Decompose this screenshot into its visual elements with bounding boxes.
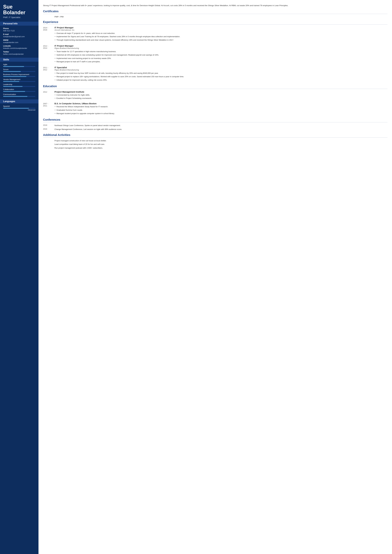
exp-title-2: IT Project Manager <box>55 45 387 47</box>
lang-spanish-bar <box>3 108 35 109</box>
skill-agile-label: Agile <box>3 63 35 66</box>
exp-company-2: Rigas-Bratland Manufacturing <box>55 47 387 49</box>
exp-content-3: IT Specialist Rigas-Bratland Manufacturi… <box>55 66 387 82</box>
exp-content-1: IT Project Manager Accurit International… <box>55 26 387 42</box>
contact-info: Phone 508-312-7122 E-mail sueqbolander@g… <box>3 27 35 55</box>
certificates-title: Certificates <box>43 10 387 13</box>
skill-scrum-label: Scrum <box>3 68 35 70</box>
email-label: E-mail <box>3 33 35 35</box>
linkedin-value: linkedin.com/in/sueqbolander <box>3 47 35 49</box>
languages-section-title: Languages <box>0 99 38 104</box>
exp-bullet-2-3: Implemented new cost-tracking project to… <box>55 57 387 60</box>
skill-leadership-bar <box>3 86 35 87</box>
exp-entry-3: 2011 -2012 IT Specialist Rigas-Bratland … <box>43 66 387 82</box>
activities-title: Additional Activities <box>43 133 387 137</box>
exp-bullets-2: Team leader for 12 IT specialists in hig… <box>55 50 387 63</box>
skill-leadership-label: Leadership <box>3 83 35 85</box>
exp-bullet-1-1: Oversaw all major IT projects for 4+ yea… <box>55 32 387 35</box>
sidebar: Sue Bolander PMP, IT Specialist Personal… <box>0 0 38 554</box>
exp-bullet-2-1: Team leader for 12 IT specialists in hig… <box>55 50 387 53</box>
summary-text: Strong IT Project Management Professiona… <box>43 4 387 7</box>
exp-bullets-3: Ran project to install hour-by-hour WIP … <box>55 72 387 82</box>
conf-row-2016: 2016 Change Management Conference, Led s… <box>43 128 387 131</box>
skill-comm-bar <box>3 96 35 97</box>
personal-info-section-title: Personal Info <box>0 22 38 26</box>
edu-bullet-2-3: Managed student project to upgrade compu… <box>55 112 387 115</box>
exp-bullet-3-3: Initiated project for improved security,… <box>55 79 387 82</box>
candidate-name: Sue Bolander <box>3 4 35 15</box>
cert-row-pmp: PMP—PMI <box>43 16 387 18</box>
edu-entry-1: 2012 Project Management Institute Commen… <box>43 90 387 100</box>
linkedin-label: LinkedIn <box>3 45 35 47</box>
main-content: Strong IT Project Management Professiona… <box>38 0 392 554</box>
conf-text-2018: Northeast Shingo Lean Conference, Spoke … <box>55 124 387 127</box>
edu-bullet-2-1: Received the Wilson Independent Study Aw… <box>55 105 387 108</box>
exp-bullets-1: Oversaw all major IT projects for 4+ yea… <box>55 32 387 42</box>
skill-bpi-label: Business Process Improvement <box>3 73 35 76</box>
exp-title-3: IT Specialist <box>55 66 387 69</box>
conf-year-2016: 2016 <box>43 128 55 131</box>
phone-value: 508-312-7122 <box>3 30 35 32</box>
skill-bpi-bar <box>3 76 35 77</box>
lang-spanish-label: Spanish <box>3 105 35 107</box>
activity-row-1: Project-managed construction of new cat … <box>43 139 387 142</box>
conf-text-2016: Change Management Conference, Led sessio… <box>55 128 387 131</box>
experience-title: Experience <box>43 20 387 24</box>
skill-vendor-bar <box>3 81 35 82</box>
candidate-title: PMP, IT Specialist <box>3 16 35 19</box>
lang-spanish-level: Advanced <box>3 109 35 111</box>
languages-list: Spanish Advanced <box>3 105 35 111</box>
skill-collab-label: Collaboration <box>3 88 35 90</box>
edu-title-1: Project Management Institute <box>55 90 387 93</box>
exp-entry-1: 2014 -2018 IT Project Manager Accurit In… <box>43 26 387 42</box>
edu-dates-1: 2012 <box>43 90 55 100</box>
conf-row-2018: 2018 Northeast Shingo Lean Conference, S… <box>43 124 387 127</box>
exp-bullet-3-2: Managed project to replace 100+ aging wo… <box>55 75 387 78</box>
conferences-title: Conferences <box>43 118 387 121</box>
edu-bullets-1: Commended by instructor for Agile skills… <box>55 94 387 100</box>
conf-year-2018: 2018 <box>43 124 55 127</box>
exp-bullet-3-1: Ran project to install hour-by-hour WIP … <box>55 72 387 75</box>
edu-bullet-1-1: Commended by instructor for Agile skills… <box>55 94 387 97</box>
edu-bullet-1-2: Excelled in Project Scheduling coursewor… <box>55 97 387 100</box>
activity-row-2: Lead competitive road biking team of 20 … <box>43 143 387 146</box>
exp-entry-2: 2012 -2014 IT Project Manager Rigas-Brat… <box>43 45 387 64</box>
education-title: Education <box>43 85 387 88</box>
certificates-divider <box>43 14 387 14</box>
twitter-value: twitter.com/sueqbolander <box>3 53 35 55</box>
skill-comm-label: Communication <box>3 93 35 96</box>
edu-entry-2: 2007 -2011 B.S. in Computer Science, UMa… <box>43 102 387 115</box>
exp-bullet-1-2: Implemented Six Sigma and Lean Training … <box>55 35 387 38</box>
twitter-label: Twitter <box>3 51 35 53</box>
email-value: sueqbolander@gmail.com <box>3 35 35 38</box>
skill-scrum-bar <box>3 71 35 72</box>
exp-title-1: IT Project Manager <box>55 26 387 29</box>
www-value: sueqbolander.com <box>3 41 35 43</box>
edu-bullets-2: Received the Wilson Independent Study Aw… <box>55 105 387 115</box>
edu-dates-2: 2007 -2011 <box>43 102 55 115</box>
phone-label: Phone <box>3 27 35 29</box>
exp-company-3: Rigas-Bratland Manufacturing <box>55 69 387 71</box>
skills-list: Agile Scrum Business Process Improvement… <box>3 63 35 97</box>
exp-bullet-2-2: Switched all 235 employees to new schedu… <box>55 54 387 56</box>
www-label: WWW <box>3 39 35 41</box>
exp-dates-3: 2011 -2012 <box>43 66 55 82</box>
skill-collab-bar <box>3 91 35 92</box>
edu-bullet-2-2: Graduated Summa Cum Laude. <box>55 109 387 112</box>
skill-vendor-label: Vendor Management <box>3 78 35 81</box>
exp-bullet-2-4: Managed project to train all IT staff in… <box>55 60 387 63</box>
exp-company-1: Accurit International, Inc. <box>55 29 387 31</box>
edu-content-2: B.S. in Computer Science, UMass Boston R… <box>55 102 387 115</box>
edu-title-2: B.S. in Computer Science, UMass Boston <box>55 102 387 105</box>
edu-content-1: Project Management Institute Commended b… <box>55 90 387 100</box>
activity-text-1: Project-managed construction of new cat … <box>55 139 387 142</box>
activity-text-3: Run project management podcast with 2,50… <box>55 147 387 149</box>
exp-dates-1: 2014 -2018 <box>43 26 55 42</box>
skill-agile-bar <box>3 66 35 67</box>
activity-row-3: Run project management podcast with 2,50… <box>43 147 387 149</box>
skills-section-title: Skills <box>0 58 38 62</box>
exp-bullet-1-3: Through implementing standardized work a… <box>55 39 387 42</box>
cert-pmp-name: PMP—PMI <box>55 16 63 18</box>
exp-content-2: IT Project Manager Rigas-Bratland Manufa… <box>55 45 387 64</box>
activity-text-2: Lead competitive road biking team of 20 … <box>55 143 387 146</box>
